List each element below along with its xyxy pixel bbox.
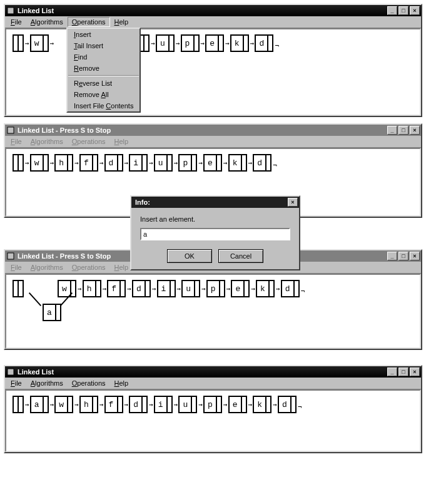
minimize-button[interactable]: _: [387, 368, 397, 376]
arrow-icon: →: [201, 285, 205, 293]
linked-list-row: →a→w→h→f→d→i→u→p→e→k→d¬: [13, 396, 413, 413]
node-value: w: [56, 397, 67, 412]
menu-file[interactable]: File: [6, 17, 26, 27]
menu-algorithms[interactable]: Algorithms: [26, 262, 68, 272]
dropdown-reverse[interactable]: Reverse List: [68, 78, 139, 89]
app-icon: [6, 252, 15, 260]
arrow-icon: →: [99, 401, 103, 409]
arrow-icon: →: [103, 285, 106, 293]
list-node: h: [83, 280, 101, 297]
node-pointer: [143, 36, 148, 51]
client-area: →a→w→h→f→d→i→u→p→e→k→d¬: [5, 389, 421, 452]
titlebar[interactable]: Linked List _ □ ×: [5, 5, 421, 16]
arrow-icon: →: [198, 159, 202, 167]
operations-dropdown: Insert Tail Insert Find Remove Reverse L…: [66, 28, 141, 113]
node-value: f: [81, 155, 92, 170]
maximize-button[interactable]: □: [398, 126, 408, 135]
close-button[interactable]: ×: [410, 126, 420, 135]
node-value: p: [205, 397, 216, 412]
close-button[interactable]: ×: [410, 6, 420, 15]
dropdown-insert[interactable]: Insert: [68, 29, 139, 40]
maximize-button[interactable]: □: [398, 6, 408, 15]
arrow-icon: →: [50, 401, 54, 409]
arrow-icon: →: [276, 285, 280, 293]
node-value: k: [257, 281, 268, 296]
node-value: e: [230, 397, 241, 412]
menu-help[interactable]: Help: [110, 378, 133, 388]
node-pointer: [117, 397, 122, 412]
node-value: k: [231, 36, 243, 51]
list-node: h: [54, 154, 73, 172]
list-node: k: [230, 34, 249, 52]
head-node: [13, 34, 24, 52]
list-node: p: [181, 34, 200, 52]
menu-algorithms[interactable]: Algorithms: [26, 17, 68, 27]
cancel-button[interactable]: Cancel: [218, 249, 263, 263]
ok-button[interactable]: OK: [167, 249, 212, 263]
node-pointer: [141, 397, 146, 412]
node-value: a: [31, 397, 43, 412]
dialog-button-row: OK Cancel: [140, 249, 290, 263]
list-node: w: [30, 154, 49, 172]
arrow-icon: →: [223, 159, 227, 167]
arrow-icon: →: [176, 39, 180, 48]
menu-help[interactable]: Help: [110, 136, 133, 147]
list-node: a: [30, 396, 49, 413]
dropdown-insert-file[interactable]: Insert File Contents: [68, 100, 139, 111]
close-button[interactable]: ×: [410, 252, 420, 260]
minimize-button[interactable]: _: [387, 126, 397, 135]
menu-file[interactable]: File: [6, 136, 26, 147]
list-node: p: [203, 396, 222, 413]
node-value: w: [59, 281, 70, 296]
list-node: w: [58, 280, 76, 297]
menu-help[interactable]: Help: [110, 262, 133, 272]
window-linkedlist-1: Linked List _ □ × File Algorithms Operat…: [4, 4, 422, 117]
node-value: e: [205, 155, 216, 170]
head-pointer: [18, 397, 23, 412]
arrow-icon: →: [198, 401, 202, 409]
menu-help[interactable]: Help: [110, 17, 133, 27]
node-pointer: [268, 281, 273, 296]
dropdown-remove-all[interactable]: Remove All: [68, 89, 139, 100]
inserting-node: a: [43, 304, 61, 321]
arrow-icon: →: [174, 401, 178, 409]
menu-operations[interactable]: Operations: [68, 136, 110, 147]
node-value: d: [282, 281, 293, 296]
arrow-icon: →: [248, 401, 252, 409]
node-pointer: [67, 397, 72, 412]
titlebar[interactable]: Linked List - Press S to Stop _ □ ×: [5, 125, 421, 136]
menu-operations[interactable]: Operations: [68, 378, 110, 388]
window-title: Linked List - Press S to Stop: [18, 126, 387, 134]
minimize-button[interactable]: _: [387, 6, 397, 15]
window-controls: _ □ ×: [387, 368, 420, 376]
app-icon: [6, 6, 15, 15]
list-node: i: [129, 154, 148, 172]
menu-operations[interactable]: Operations: [68, 17, 110, 27]
menu-operations[interactable]: Operations: [68, 262, 110, 272]
dropdown-remove[interactable]: Remove: [68, 63, 139, 74]
dropdown-tail-insert[interactable]: Tail Insert: [68, 40, 139, 51]
arrow-icon: →: [174, 159, 178, 167]
menu-file[interactable]: File: [6, 262, 26, 272]
dialog-titlebar[interactable]: Info: ×: [131, 197, 299, 208]
dropdown-find[interactable]: Find: [68, 51, 139, 63]
maximize-button[interactable]: □: [398, 368, 408, 376]
dialog-input[interactable]: [140, 228, 290, 240]
dialog-body: Insert an element. OK Cancel: [131, 208, 299, 269]
list-node: e: [231, 280, 250, 297]
node-value: h: [56, 155, 67, 170]
node-value: i: [130, 155, 141, 170]
menu-algorithms[interactable]: Algorithms: [26, 136, 68, 147]
list-node: u: [181, 280, 200, 297]
menu-file[interactable]: File: [6, 378, 26, 388]
node-pointer: [141, 155, 146, 170]
dialog-close-button[interactable]: ×: [288, 198, 298, 207]
minimize-button[interactable]: _: [387, 252, 397, 260]
menu-algorithms[interactable]: Algorithms: [26, 378, 68, 388]
close-button[interactable]: ×: [410, 368, 420, 376]
node-pointer: [166, 155, 171, 170]
titlebar[interactable]: Linked List _ □ ×: [5, 366, 421, 378]
node-value: p: [182, 36, 193, 51]
maximize-button[interactable]: □: [398, 252, 408, 260]
list-node: k: [256, 280, 275, 297]
